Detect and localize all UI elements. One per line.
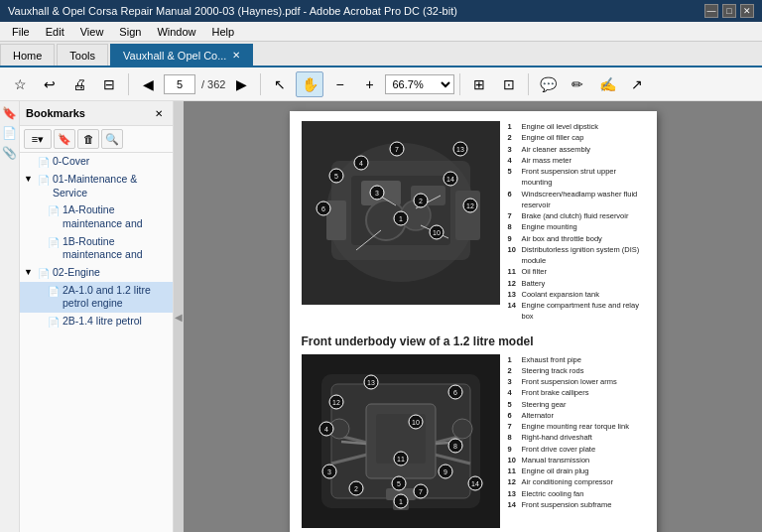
page-total-label: / 362: [201, 78, 225, 90]
svg-text:2: 2: [419, 198, 423, 204]
label-2a: 2A-1.0 and 1.2 litre petrol engine: [63, 284, 169, 311]
svg-text:10: 10: [412, 419, 420, 426]
legend-item-3: 3 Air cleaner assembly: [508, 144, 645, 155]
tab-home[interactable]: Home: [0, 44, 55, 66]
icon-01-maint: 📄: [38, 174, 50, 187]
underbody-legend-item-2: 2 Steering track rods: [508, 365, 645, 376]
svg-text:3: 3: [375, 190, 379, 197]
menu-view[interactable]: View: [72, 24, 112, 40]
menu-window[interactable]: Window: [149, 24, 203, 40]
label-1a: 1A-Routine maintenance and: [63, 203, 169, 230]
minimize-button[interactable]: —: [704, 4, 718, 18]
zoom-marquee-btn[interactable]: ⊟: [95, 71, 123, 97]
legend-item-12: 12 Battery: [508, 278, 645, 289]
panel-pages-icon[interactable]: 📄: [2, 125, 18, 141]
sidebar-options-btn[interactable]: ≡▾: [24, 129, 52, 149]
svg-text:13: 13: [456, 146, 464, 153]
sidebar-delete-btn[interactable]: 🗑: [77, 129, 99, 149]
underbody-legend: 1 Exhaust front pipe 2 Steering track ro…: [508, 354, 645, 528]
engine-bay-section: 5 7 4 6 1 2 10 14: [302, 121, 645, 323]
tab-close-icon[interactable]: ✕: [232, 50, 240, 61]
underbody-legend-item-7: 7 Engine mounting rear torque link: [508, 421, 645, 432]
panel-bookmarks-icon[interactable]: 🔖: [2, 105, 18, 121]
bookmark-item-2b[interactable]: 📄 2B-1.4 litre petrol: [20, 313, 173, 331]
page-number-input[interactable]: [164, 74, 195, 94]
back-btn[interactable]: ↩: [36, 71, 64, 97]
bookmark-item-1b[interactable]: 📄 1B-Routine maintenance and: [20, 233, 173, 264]
fit-page-btn[interactable]: ⊞: [465, 71, 493, 97]
label-0-cover: 0-Cover: [53, 155, 89, 169]
sidebar-close-btn[interactable]: ✕: [151, 105, 167, 121]
maximize-button[interactable]: □: [722, 4, 736, 18]
legend-item-5: 5 Front suspension strut upper mounting: [508, 166, 645, 189]
underbody-legend-item-11: 11 Engine oil drain plug: [508, 466, 645, 476]
toolbar-sep-2: [260, 73, 261, 95]
underbody-section: 1 2 3 4 5 6 7 8: [302, 354, 645, 528]
menu-edit[interactable]: Edit: [38, 24, 72, 40]
bookmark-item-02-engine[interactable]: ▼ 📄 02-Engine: [20, 264, 173, 282]
sidebar-title-label: Bookmarks: [26, 107, 85, 119]
nav-next-btn[interactable]: ▶: [227, 71, 255, 97]
hand-tool-btn[interactable]: ✋: [296, 71, 323, 97]
label-1b: 1B-Routine maintenance and: [63, 235, 169, 262]
sidebar: Bookmarks ✕ ≡▾ 🔖 🗑 🔍 📄 0-Cover ▼ 📄 01-Ma…: [20, 101, 174, 532]
sidebar-controls: ✕: [151, 105, 167, 121]
legend-item-2: 2 Engine oil filler cap: [508, 132, 645, 143]
panel-attach-icon[interactable]: 📎: [2, 145, 18, 161]
sidebar-search-btn[interactable]: 🔍: [101, 129, 123, 149]
zoom-in-btn[interactable]: +: [355, 71, 383, 97]
bookmark-item-2a[interactable]: 📄 2A-1.0 and 1.2 litre petrol engine: [20, 282, 173, 313]
sidebar-collapse-handle[interactable]: ◀: [174, 101, 184, 532]
underbody-image: 1 2 3 4 5 6 7 8: [302, 354, 500, 528]
snap-btn[interactable]: ⊡: [495, 71, 523, 97]
bookmark-item-0-cover[interactable]: 📄 0-Cover: [20, 153, 173, 171]
title-bar-controls: — □ ✕: [704, 4, 754, 18]
svg-text:4: 4: [359, 160, 363, 167]
comment-btn[interactable]: 💬: [534, 71, 562, 97]
content-area: 5 7 4 6 1 2 10 14: [184, 101, 762, 532]
tab-document[interactable]: Vauxhall & Opel Co... ✕: [110, 44, 253, 66]
engine-bay-svg: 5 7 4 6 1 2 10 14: [302, 121, 500, 305]
engine-bay-image: 5 7 4 6 1 2 10 14: [302, 121, 500, 305]
svg-text:10: 10: [433, 229, 441, 236]
page-content: 5 7 4 6 1 2 10 14: [290, 111, 657, 532]
svg-rect-9: [455, 191, 480, 240]
bookmark-tool-btn[interactable]: ☆: [6, 71, 34, 97]
svg-text:3: 3: [327, 468, 331, 475]
bookmark-item-01-maint[interactable]: ▼ 📄 01-Maintenance & Service: [20, 171, 173, 201]
pen-btn[interactable]: ✏: [564, 71, 591, 97]
legend-item-11: 11 Oil filter: [508, 266, 645, 277]
sidebar-add-bookmark-btn[interactable]: 🔖: [54, 129, 75, 149]
svg-text:5: 5: [397, 480, 401, 487]
svg-text:7: 7: [395, 146, 399, 153]
svg-text:9: 9: [444, 468, 447, 475]
title-bar-text: Vauxhall & Opel Corsa Repair Manual 2000…: [8, 5, 704, 17]
print-btn[interactable]: 🖨: [65, 71, 93, 97]
legend-item-1: 1 Engine oil level dipstick: [508, 121, 645, 132]
share-btn[interactable]: ↗: [623, 71, 651, 97]
menu-file[interactable]: File: [4, 24, 38, 40]
arrow-02-engine: ▼: [24, 267, 36, 279]
underbody-legend-item-5: 5 Steering gear: [508, 399, 645, 410]
svg-text:14: 14: [446, 176, 454, 183]
menu-sign[interactable]: Sign: [111, 24, 149, 40]
underbody-legend-item-3: 3 Front suspension lower arms: [508, 376, 645, 387]
tab-tools[interactable]: Tools: [57, 44, 108, 66]
svg-text:4: 4: [324, 426, 328, 433]
nav-prev-btn[interactable]: ◀: [134, 71, 162, 97]
menu-help[interactable]: Help: [204, 24, 243, 40]
tab-home-label: Home: [13, 50, 42, 62]
icon-02-engine: 📄: [38, 267, 50, 280]
zoom-select[interactable]: 66.7% 50% 75% 100%: [385, 74, 454, 94]
svg-text:6: 6: [453, 389, 457, 396]
label-01-maint: 01-Maintenance & Service: [53, 173, 169, 200]
close-button[interactable]: ✕: [740, 4, 754, 18]
engine-bay-legend: 1 Engine oil level dipstick 2 Engine oil…: [508, 121, 645, 323]
zoom-out-btn[interactable]: −: [325, 71, 353, 97]
legend-item-8: 8 Engine mounting: [508, 221, 645, 232]
select-tool-btn[interactable]: ↖: [266, 71, 294, 97]
sign-btn[interactable]: ✍: [593, 71, 621, 97]
svg-text:5: 5: [334, 173, 338, 180]
legend-item-10: 10 Distributorless ignition system (DIS)…: [508, 244, 645, 267]
bookmark-item-1a[interactable]: 📄 1A-Routine maintenance and: [20, 201, 173, 232]
